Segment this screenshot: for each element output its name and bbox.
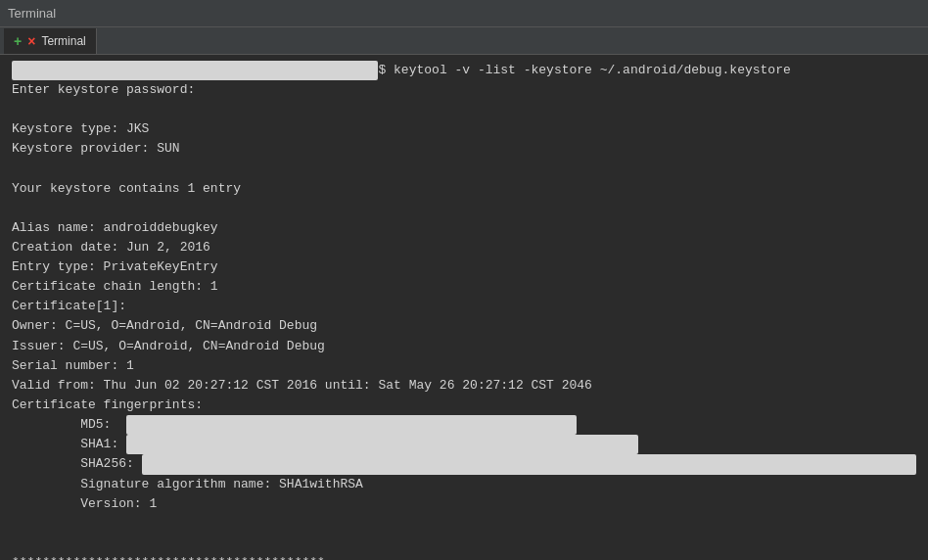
empty-line-3 <box>12 199 916 218</box>
title-bar: Terminal <box>0 0 928 27</box>
md5-value-blurred <box>126 415 577 435</box>
empty-line-1 <box>12 100 916 119</box>
keystore-type-line: Keystore type: JKS <box>12 119 916 139</box>
add-tab-icon[interactable]: + <box>14 33 22 49</box>
tab-bar: + × Terminal <box>0 27 928 55</box>
serial-line: Serial number: 1 <box>12 356 916 376</box>
creation-date-line: Creation date: Jun 2, 2016 <box>12 238 916 257</box>
terminal-window: Terminal + × Terminal $ keytool -v -list… <box>0 0 928 560</box>
md5-line: MD5: <box>12 415 916 435</box>
keystore-contains-line: Your keystore contains 1 entry <box>12 179 916 199</box>
keystore-provider-line: Keystore provider: SUN <box>12 139 916 159</box>
cert-fingerprints-line: Certificate fingerprints: <box>12 396 916 415</box>
sha1-line: SHA1: <box>12 435 916 454</box>
close-tab-icon[interactable]: × <box>27 33 35 49</box>
stars-line-1: ****************************************… <box>12 553 916 560</box>
tab-label: Terminal <box>41 34 85 48</box>
entry-type-line: Entry type: PrivateKeyEntry <box>12 257 916 277</box>
alias-line: Alias name: androiddebugkey <box>12 218 916 238</box>
window-title: Terminal <box>8 6 56 21</box>
terminal-tab[interactable]: + × Terminal <box>4 28 97 54</box>
password-line: Enter keystore password: <box>12 80 916 100</box>
terminal-output: $ keytool -v -list -keystore ~/.android/… <box>0 55 928 560</box>
empty-line-4 <box>12 514 916 534</box>
version-line: Version: 1 <box>12 494 916 514</box>
owner-line: Owner: C=US, O=Android, CN=Android Debug <box>12 316 916 336</box>
command-line: $ keytool -v -list -keystore ~/.android/… <box>12 61 916 80</box>
signature-algo-line: Signature algorithm name: SHA1withRSA <box>12 475 916 494</box>
sha256-line: SHA256: <box>12 454 916 474</box>
command-text: $ keytool -v -list -keystore ~/.android/… <box>378 61 790 80</box>
valid-from-line: Valid from: Thu Jun 02 20:27:12 CST 2016… <box>12 376 916 396</box>
prompt-blurred <box>12 61 378 80</box>
issuer-line: Issuer: C=US, O=Android, CN=Android Debu… <box>12 337 916 356</box>
empty-line-2 <box>12 160 916 179</box>
cert-chain-line: Certificate chain length: 1 <box>12 277 916 297</box>
empty-line-5 <box>12 534 916 553</box>
sha1-value-blurred <box>126 435 638 454</box>
sha256-value-blurred <box>142 454 916 474</box>
cert-header-line: Certificate[1]: <box>12 297 916 316</box>
